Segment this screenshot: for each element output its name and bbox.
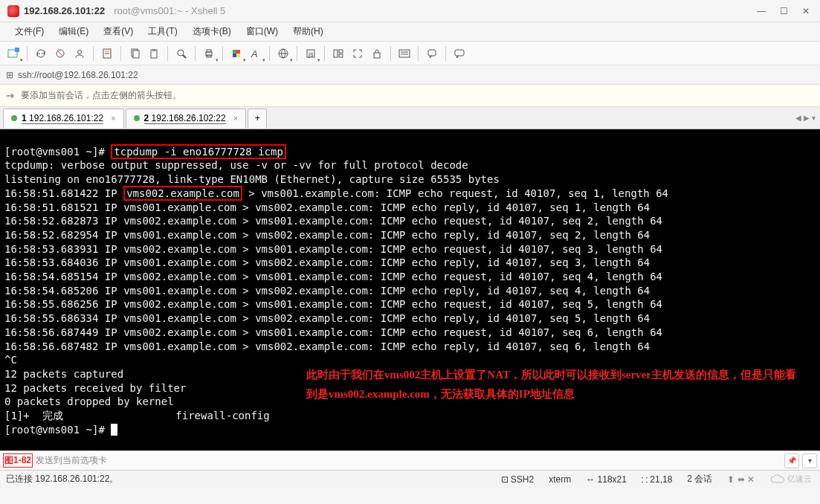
toolbar: ▾ ▾ ▾ A▾ ▾ js▾	[0, 42, 820, 65]
svg-point-12	[178, 50, 184, 56]
message-bar: 要添加当前会话，点击左侧的箭头按钮。	[0, 85, 820, 107]
menu-tabs[interactable]: 选项卡(B)	[185, 22, 239, 41]
highlight-command: tcpdump -i eno16777728 icmp	[111, 144, 286, 159]
menu-view[interactable]: 查看(V)	[96, 22, 141, 41]
profile-icon[interactable]	[71, 45, 88, 62]
properties-icon[interactable]	[98, 45, 116, 62]
svg-rect-20	[236, 54, 240, 57]
highlight-hostname: vms002.example.com	[123, 186, 242, 201]
svg-rect-9	[133, 51, 139, 58]
input-hint[interactable]: 发送到当前选项卡	[36, 454, 107, 467]
svg-rect-11	[152, 49, 155, 51]
tab-close-icon[interactable]: ×	[233, 114, 238, 123]
status-sessions: 2 会话	[687, 473, 712, 485]
tabbar: 1 192.168.26.101:22 × 2 192.168.26.102:2…	[0, 107, 820, 129]
new-session-icon[interactable]: ▾	[4, 45, 22, 62]
maximize-button[interactable]: ☐	[772, 2, 795, 20]
svg-rect-31	[399, 50, 410, 57]
svg-rect-15	[207, 50, 211, 52]
status-cursor-pos: 21,18	[650, 474, 672, 485]
svg-rect-35	[455, 50, 464, 56]
tab-session-2[interactable]: 2 192.168.26.102:22 ×	[126, 109, 247, 128]
print-icon[interactable]: ▾	[200, 45, 218, 62]
menu-edit[interactable]: 编辑(E)	[51, 22, 96, 41]
status-ssh: SSH2	[511, 474, 534, 485]
svg-rect-1	[15, 48, 19, 52]
search-icon[interactable]	[172, 45, 190, 62]
input-bar: 图1-82 发送到当前选项卡 📌 ▾	[0, 450, 820, 470]
chat-icon[interactable]	[451, 45, 468, 62]
layout-icon[interactable]	[329, 45, 347, 62]
status-term: xterm	[549, 474, 571, 485]
menu-help[interactable]: 帮助(H)	[285, 22, 331, 41]
svg-rect-28	[339, 50, 343, 53]
svg-rect-29	[339, 54, 343, 57]
status-dot-icon	[11, 115, 17, 121]
svg-rect-34	[428, 50, 436, 56]
input-pin-button[interactable]: 📌	[784, 453, 799, 468]
svg-point-4	[78, 50, 82, 54]
svg-text:js: js	[308, 51, 314, 58]
reconnect-icon[interactable]	[32, 45, 50, 62]
titlebar: 192.168.26.101:22 root@vms001:~ - Xshell…	[0, 0, 820, 22]
font-icon[interactable]: A▾	[247, 45, 265, 62]
figure-label: 图1-82	[3, 453, 33, 468]
script-icon[interactable]: js▾	[302, 45, 320, 62]
svg-rect-27	[334, 50, 338, 57]
svg-text:A: A	[251, 48, 258, 59]
status-connection: 已连接 192.168.26.101:22。	[6, 473, 118, 485]
address-bar: ⊞ ssh://root@192.168.26.101:22	[0, 65, 820, 85]
arrow-icon[interactable]	[4, 90, 16, 102]
svg-rect-30	[374, 53, 380, 58]
input-dropdown-button[interactable]: ▾	[802, 453, 817, 468]
color-icon[interactable]: ▾	[227, 45, 245, 62]
help-icon[interactable]	[423, 45, 441, 62]
svg-line-13	[183, 55, 186, 58]
paste-icon[interactable]	[145, 45, 163, 62]
status-dot-icon	[134, 115, 140, 121]
terminal-cursor	[111, 424, 117, 436]
globe-icon[interactable]: ▾	[274, 45, 292, 62]
svg-line-3	[58, 51, 62, 56]
message-text: 要添加当前会话，点击左侧的箭头按钮。	[21, 89, 181, 102]
app-icon	[7, 5, 19, 17]
tab-session-1[interactable]: 1 192.168.26.101:22 ×	[3, 109, 124, 128]
close-button[interactable]: ✕	[795, 2, 817, 20]
menu-tools[interactable]: 工具(T)	[141, 22, 184, 41]
svg-rect-19	[233, 54, 236, 57]
brand-logo: 亿速云	[769, 472, 814, 487]
terminal-output[interactable]: [root@vms001 ~]# tcpdump -i eno16777728 …	[0, 129, 820, 450]
svg-rect-17	[233, 50, 236, 54]
menu-file[interactable]: 文件(F)	[7, 22, 51, 41]
minimize-button[interactable]: —	[750, 2, 772, 20]
tab-close-icon[interactable]: ×	[111, 114, 115, 123]
svg-rect-18	[236, 50, 240, 54]
lock-icon[interactable]	[368, 45, 386, 62]
menubar: 文件(F) 编辑(E) 查看(V) 工具(T) 选项卡(B) 窗口(W) 帮助(…	[0, 22, 820, 42]
copy-icon[interactable]	[126, 45, 143, 62]
status-bar: 已连接 192.168.26.101:22。 ⊡ SSH2 xterm ↔ 11…	[0, 470, 820, 488]
annotation-text: 此时由于我们在vms002主机上设置了NAT，所以此时可以接收到server主机…	[306, 365, 797, 404]
title-session: root@vms001:~ - Xshell 5	[114, 5, 225, 16]
keyboard-icon[interactable]	[396, 45, 413, 62]
tab-nav[interactable]: ◀ ▶ ▾	[795, 114, 816, 122]
secure-icon: ⊞	[4, 70, 15, 80]
address-url[interactable]: ssh://root@192.168.26.101:22	[18, 70, 138, 80]
disconnect-icon[interactable]	[51, 45, 69, 62]
status-size: 118x21	[598, 474, 627, 485]
menu-window[interactable]: 窗口(W)	[239, 22, 285, 41]
fullscreen-icon[interactable]	[349, 45, 367, 62]
title-ip: 192.168.26.101:22	[24, 5, 105, 16]
new-tab-button[interactable]: +	[248, 109, 267, 128]
